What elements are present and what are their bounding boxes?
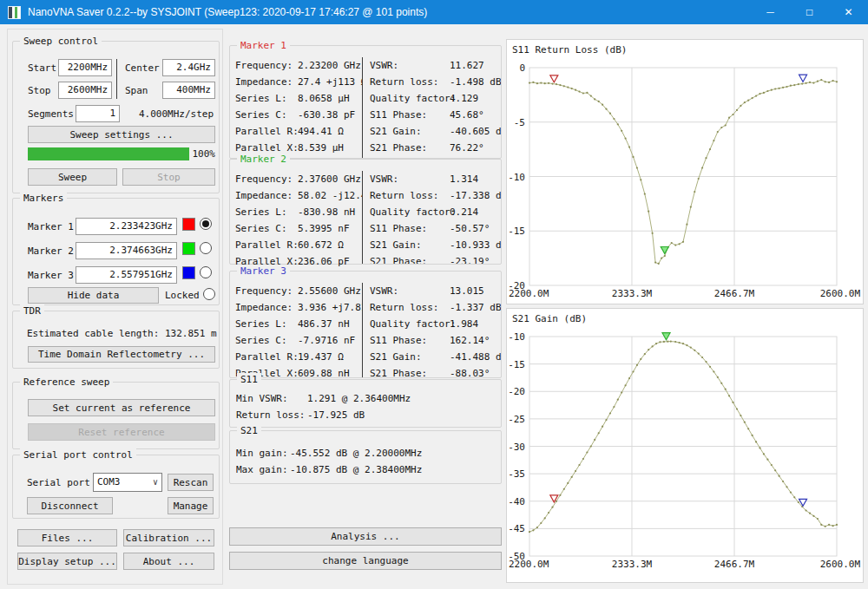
marker-field-row: S11 Phase:45.68° xyxy=(370,107,501,123)
marker-field-row: Frequency:2.37600 GHz xyxy=(235,171,362,187)
serial-port-select[interactable]: COM3 ∨ xyxy=(93,473,162,492)
field-value: 609.88 nH xyxy=(298,368,350,379)
display-setup-button[interactable]: Display setup ... xyxy=(17,553,117,570)
y-tick-label: -15 xyxy=(508,359,525,370)
manage-button[interactable]: Manage xyxy=(168,497,214,514)
marker-field-row: S21 Gain:-41.488 dB xyxy=(370,349,501,365)
marker-field-row: Frequency:2.23200 GHz xyxy=(235,57,362,74)
s21-min-gain-label: Min gain: xyxy=(236,447,290,460)
field-value: 60.672 Ω xyxy=(298,239,344,251)
s21-gain-chart[interactable]: S21 Gain (dB)2200.0M2333.3M2466.7M2600.0… xyxy=(506,308,864,583)
stop-label: Stop xyxy=(28,84,51,97)
close-button[interactable]: ✕ xyxy=(829,0,868,24)
s21-min-gain-row: Min gain:-45.552 dB @ 2.20000MHz xyxy=(236,447,497,460)
s11-return-loss-chart[interactable]: S11 Return Loss (dB)2200.0M2333.3M2466.7… xyxy=(506,39,864,304)
minimize-button[interactable]: ─ xyxy=(751,0,790,24)
marker-field-row: Return loss:-1.337 dB xyxy=(370,299,501,316)
disconnect-button[interactable]: Disconnect xyxy=(27,497,113,514)
set-reference-button[interactable]: Set current as reference xyxy=(28,399,215,416)
marker-field-row: S21 Gain:-40.605 dB xyxy=(370,123,501,140)
marker-field-row: S21 Gain:-10.933 dB xyxy=(370,237,501,253)
stop-button[interactable]: Stop xyxy=(122,168,215,186)
field-label: Return loss: xyxy=(370,187,450,204)
analysis-button[interactable]: Analysis ... xyxy=(229,527,502,546)
s11-return-loss-row: Return loss:-17.925 dB xyxy=(236,409,497,422)
minimize-icon: ─ xyxy=(766,6,774,18)
field-label: Parallel R: xyxy=(235,349,298,365)
y-tick-label: -10 xyxy=(508,172,525,183)
tdr-button[interactable]: Time Domain Reflectometry ... xyxy=(28,346,215,363)
y-tick-label: -45 xyxy=(508,523,525,534)
field-label: Frequency: xyxy=(235,283,298,299)
marker-field-row: Parallel R:19.437 Ω xyxy=(235,349,362,365)
field-value: 27.4 +j113 Ω xyxy=(298,76,362,88)
marker-2-frequency-input[interactable]: 2.374663GHz xyxy=(76,242,177,259)
reference-sweep-legend: Reference sweep xyxy=(20,376,113,389)
field-value: -1.337 dB xyxy=(450,302,501,313)
marker-2-triangle-icon xyxy=(661,246,668,253)
chart-title: S21 Gain (dB) xyxy=(512,313,587,324)
marker-field-row: VSWR:11.627 xyxy=(370,57,501,74)
field-value: -17.338 dB xyxy=(450,190,501,201)
marker-field-row: Parallel R:60.672 Ω xyxy=(235,237,362,253)
about-button[interactable]: About ... xyxy=(123,553,214,570)
marker-2-color-swatch[interactable] xyxy=(182,242,195,255)
locked-label: Locked xyxy=(165,289,200,302)
chevron-down-icon: ∨ xyxy=(153,474,158,491)
field-label: Series L: xyxy=(235,90,298,107)
sweep-settings-button[interactable]: Sweep settings ... xyxy=(28,126,215,143)
s11-min-vswr-value: 1.291 @ 2.36400MHz xyxy=(307,393,411,404)
chart-canvas: S11 Return Loss (dB)2200.0M2333.3M2466.7… xyxy=(507,40,863,304)
field-label: S21 Phase: xyxy=(370,365,450,377)
calibration-button[interactable]: Calibration ... xyxy=(123,529,214,546)
maximize-button[interactable]: □ xyxy=(790,0,829,24)
field-label: VSWR: xyxy=(370,57,450,74)
segments-input[interactable]: 1 xyxy=(76,105,120,122)
field-label: Frequency: xyxy=(235,57,298,74)
marker-field-row: Series L:-830.98 nH xyxy=(235,204,362,220)
marker-field-row: Quality factor:0.214 xyxy=(370,204,501,220)
start-label: Start xyxy=(28,62,56,75)
files-button[interactable]: Files ... xyxy=(17,529,117,546)
y-tick-label: -20 xyxy=(508,386,525,397)
field-label: S21 Gain: xyxy=(370,349,450,365)
change-language-button[interactable]: change language xyxy=(229,552,502,570)
marker-2-radio[interactable] xyxy=(200,242,212,254)
field-value: 494.41 Ω xyxy=(298,126,344,137)
x-tick-label: 2333.3M xyxy=(612,288,653,299)
field-value: 8.539 μH xyxy=(298,142,344,154)
field-value: 4.129 xyxy=(450,93,478,104)
field-value: -7.9716 nF xyxy=(298,335,355,346)
start-input[interactable]: 2200MHz xyxy=(58,59,112,76)
marker-field-row: S21 Phase:76.22° xyxy=(370,140,501,156)
sweep-button[interactable]: Sweep xyxy=(28,168,117,186)
stop-input[interactable]: 2600MHz xyxy=(58,82,112,99)
marker-1-radio[interactable] xyxy=(200,218,212,230)
y-tick-label: -20 xyxy=(508,280,525,291)
marker-1-frequency-input[interactable]: 2.233423GHz xyxy=(76,218,177,235)
locked-radio[interactable] xyxy=(203,288,215,300)
marker-field-row: Frequency:2.55600 GHz xyxy=(235,283,362,299)
marker-3-radio[interactable] xyxy=(200,266,212,278)
span-label: Span xyxy=(125,84,148,97)
marker-1-details-legend: Marker 1 xyxy=(237,39,290,52)
marker-1-color-swatch[interactable] xyxy=(182,218,195,231)
marker-3-frequency-input[interactable]: 2.557951GHz xyxy=(76,266,177,284)
span-input[interactable]: 400MHz xyxy=(162,82,215,99)
marker-3-color-swatch[interactable] xyxy=(182,266,195,279)
s21-max-gain-label: Max gain: xyxy=(236,463,290,476)
marker-1-details: Marker 1 Frequency:2.23200 GHzImpedance:… xyxy=(229,45,502,159)
field-label: Series C: xyxy=(235,107,298,123)
field-label: Series C: xyxy=(235,220,298,237)
center-input[interactable]: 2.4GHz xyxy=(162,59,215,76)
marker-field-row: S11 Phase:162.14° xyxy=(370,332,501,349)
progress-percent-label: 100% xyxy=(193,147,216,160)
s11-summary-legend: S11 xyxy=(237,373,261,386)
field-value: -41.488 dB xyxy=(450,351,501,363)
marker-field-row: Return loss:-17.338 dB xyxy=(370,187,501,204)
hide-data-button[interactable]: Hide data xyxy=(28,287,159,304)
reset-reference-button[interactable]: Reset reference xyxy=(28,423,215,441)
y-tick-label: -40 xyxy=(508,496,525,507)
markers-legend: Markers xyxy=(20,192,67,205)
rescan-button[interactable]: Rescan xyxy=(168,474,214,491)
